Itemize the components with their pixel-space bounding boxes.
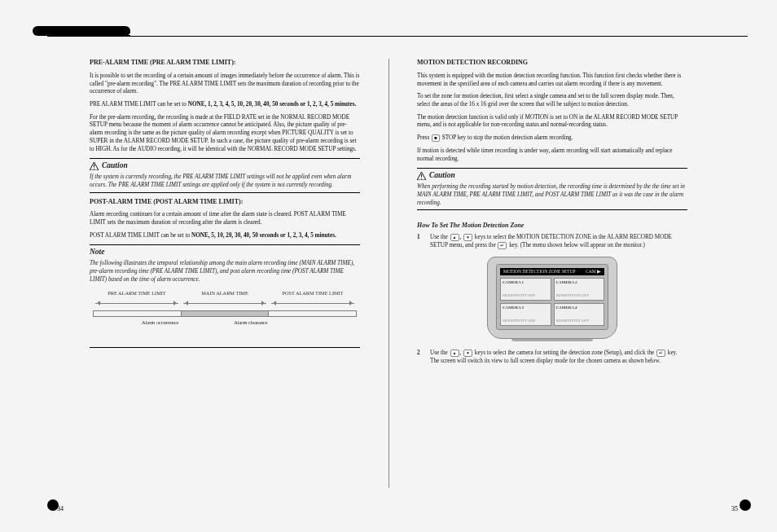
step-number: 1 [417, 234, 425, 250]
rule [90, 347, 360, 348]
text: Use the [430, 234, 450, 240]
cam-label: CAMERA 1 [503, 280, 549, 286]
tl-label: POST ALARM TIME LIMIT [269, 290, 357, 297]
tl-seg-pre [93, 310, 181, 317]
right-column: MOTION DETECTION RECORDING This system i… [381, 16, 736, 516]
page-dot-right [740, 499, 751, 511]
rule [90, 158, 360, 159]
caution-body: If the system is currently recording, th… [90, 174, 360, 189]
tl-label: MAIN ALARM TIME [181, 290, 269, 297]
monitor-illustration: MOTION DETECTION ZONE SETUP CAM ▶ CAMERA… [487, 257, 617, 341]
tl-marker: Alarm occurrence [93, 319, 182, 327]
arrow-span [93, 300, 181, 308]
arrow-span [181, 300, 269, 308]
stop-key-icon [432, 134, 440, 142]
step-number: 2 [417, 350, 425, 366]
text-bold: NONE, 5, 10, 20, 30, 40, 50 seconds or 1… [191, 232, 336, 239]
camera-cell: CAMERA 1SENSITIVITY OFF [500, 278, 551, 301]
paragraph: Alarm recording continues for a certain … [90, 211, 360, 226]
text: Use the [430, 350, 450, 357]
text-bold: NONE, 1, 2, 3, 4, 5, 10, 20, 30, 40, 50 … [188, 101, 357, 108]
camera-cell: CAMERA 4SENSITIVITY OFF [554, 303, 605, 326]
rule [90, 244, 360, 245]
note-label: Note [90, 247, 104, 257]
step-1: 1 Use the , keys to select the MOTION DE… [417, 234, 687, 250]
text: key. (The menu shown below will appear o… [507, 242, 644, 248]
rule [417, 209, 687, 210]
heading-motion: MOTION DETECTION RECORDING [417, 59, 687, 68]
svg-point-3 [421, 178, 422, 178]
cam-label: CAMERA 2 [556, 280, 603, 286]
warning-icon [90, 162, 99, 170]
left-column: PRE-ALARM TIME (PRE ALARM TIME LIMIT): I… [41, 16, 381, 516]
camera-cell: CAMERA 3SENSITIVITY OFF [500, 303, 551, 326]
timeline-diagram: PRE ALARM TIME LIMIT MAIN ALARM TIME POS… [93, 290, 357, 337]
text: STOP key to stop the motion detection al… [441, 134, 573, 141]
camera-cell: CAMERA 2SENSITIVITY OFF [554, 278, 605, 301]
paragraph: This system is equipped with the motion … [417, 73, 687, 88]
text: Press [417, 134, 431, 141]
subheading-zone: How To Set The Motion Detection Zone [417, 222, 687, 231]
paragraph: The motion detection function is valid o… [417, 114, 687, 130]
note-heading: Note [90, 247, 360, 257]
cam-sub: SENSITIVITY OFF [503, 293, 549, 299]
cam-sub: SENSITIVITY OFF [556, 293, 603, 299]
tv-title: MOTION DETECTION ZONE SETUP [503, 269, 575, 275]
text: PRE ALARM TIME LIMIT can be set to [90, 101, 188, 108]
paragraph: POST ALARM TIME LIMIT can be set to NONE… [90, 232, 360, 240]
text: keys to select the camera for setting th… [473, 350, 656, 357]
svg-point-1 [94, 168, 94, 169]
paragraph: For the pre-alarm recording, the recordi… [90, 114, 360, 154]
caution-label: Caution [429, 170, 455, 181]
caution-label: Caution [102, 160, 128, 171]
paragraph: Press STOP key to stop the motion detect… [417, 134, 687, 143]
caution-body: When performing the recording started by… [417, 183, 687, 207]
rule [90, 192, 360, 193]
tl-marker: Alarm clearance [182, 319, 270, 327]
down-key-icon [463, 234, 472, 241]
enter-key-icon [656, 350, 665, 357]
tl-seg-main [181, 310, 269, 317]
arrow-span [269, 300, 357, 308]
step-text: Use the , keys to select the camera for … [430, 350, 687, 366]
up-key-icon [450, 350, 459, 357]
down-key-icon [463, 350, 472, 357]
enter-key-icon [498, 242, 507, 249]
up-key-icon [450, 234, 459, 241]
heading-pre-alarm: PRE-ALARM TIME (PRE ALARM TIME LIMIT): [90, 59, 360, 68]
paragraph: If motion is detected while timer record… [417, 147, 687, 163]
heading-post-alarm: POST-ALARM TIME (POST ALARM TIME LIMIT): [90, 198, 360, 207]
paragraph: PRE ALARM TIME LIMIT can be set to NONE,… [90, 101, 360, 109]
text: , [460, 350, 463, 357]
cam-label: CAMERA 3 [503, 306, 549, 311]
cam-sub: SENSITIVITY OFF [556, 319, 603, 324]
step-2: 2 Use the , keys to select the camera fo… [417, 350, 687, 366]
paragraph: It is possible to set the recording of a… [90, 73, 360, 96]
tl-seg-post [268, 310, 357, 317]
warning-icon [417, 172, 426, 180]
text: , [460, 234, 463, 240]
cam-sub: SENSITIVITY OFF [503, 319, 549, 324]
note-body: The following illustrates the temporal r… [90, 260, 360, 284]
rule [417, 168, 687, 169]
paragraph: To set the zone for motion detection, fi… [417, 93, 687, 108]
cam-label: CAMERA 4 [556, 306, 603, 311]
caution-heading: Caution [417, 170, 687, 181]
step-text: Use the , keys to select the MOTION DETE… [430, 234, 687, 250]
tv-title-right: CAM ▶ [586, 269, 601, 275]
caution-heading: Caution [90, 160, 360, 171]
text: POST ALARM TIME LIMIT can be set to [90, 232, 191, 239]
tl-label: PRE ALARM TIME LIMIT [93, 290, 181, 297]
